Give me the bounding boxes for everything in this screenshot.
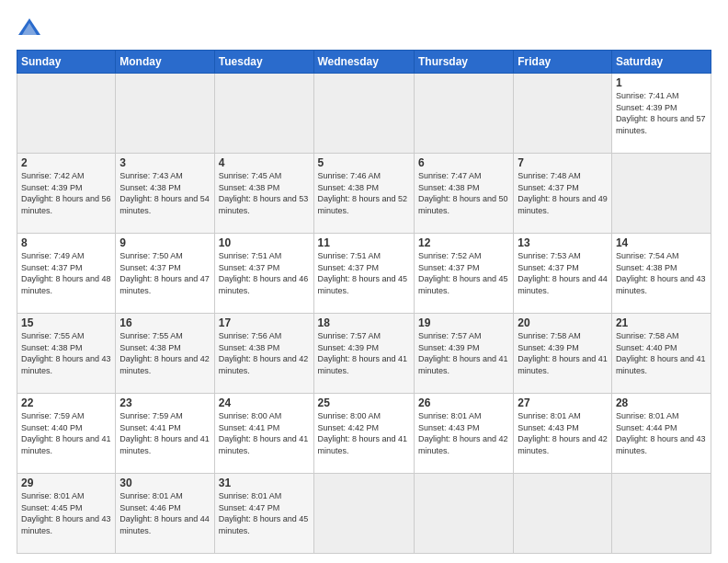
col-header-sunday: Sunday: [17, 51, 116, 74]
calendar-cell: [414, 474, 513, 554]
day-number: 6: [418, 156, 509, 169]
day-info: Sunrise: 7:41 AMSunset: 4:39 PMDaylight:…: [616, 91, 706, 135]
calendar-cell: [514, 74, 612, 154]
day-number: 27: [518, 396, 608, 409]
calendar-cell: 6 Sunrise: 7:47 AMSunset: 4:38 PMDayligh…: [414, 154, 513, 234]
day-number: 12: [418, 236, 509, 249]
day-number: 25: [318, 396, 410, 409]
calendar-cell: [313, 74, 414, 154]
col-header-monday: Monday: [116, 51, 214, 74]
day-number: 24: [219, 396, 310, 409]
calendar-cell: 31 Sunrise: 8:01 AMSunset: 4:47 PMDaylig…: [214, 474, 313, 554]
calendar-cell: 9 Sunrise: 7:50 AMSunset: 4:37 PMDayligh…: [116, 234, 214, 314]
calendar-cell: 18 Sunrise: 7:57 AMSunset: 4:39 PMDaylig…: [313, 314, 414, 394]
calendar-cell: 28 Sunrise: 8:01 AMSunset: 4:44 PMDaylig…: [611, 394, 711, 474]
calendar-cell: 21 Sunrise: 7:58 AMSunset: 4:40 PMDaylig…: [611, 314, 711, 394]
day-number: 9: [119, 236, 210, 249]
calendar-cell: 3 Sunrise: 7:43 AMSunset: 4:38 PMDayligh…: [116, 154, 214, 234]
day-info: Sunrise: 7:51 AMSunset: 4:37 PMDaylight:…: [219, 251, 309, 295]
calendar-cell: 25 Sunrise: 8:00 AMSunset: 4:42 PMDaylig…: [313, 394, 414, 474]
day-info: Sunrise: 8:01 AMSunset: 4:46 PMDaylight:…: [119, 491, 210, 535]
day-number: 21: [616, 316, 707, 329]
day-info: Sunrise: 8:01 AMSunset: 4:47 PMDaylight:…: [219, 491, 309, 535]
week-row-5: 22 Sunrise: 7:59 AMSunset: 4:40 PMDaylig…: [17, 394, 711, 474]
calendar-cell: 5 Sunrise: 7:46 AMSunset: 4:38 PMDayligh…: [313, 154, 414, 234]
header: [17, 15, 711, 40]
day-number: 28: [616, 396, 707, 409]
calendar-cell: 24 Sunrise: 8:00 AMSunset: 4:41 PMDaylig…: [214, 394, 313, 474]
day-number: 15: [21, 316, 111, 329]
week-row-1: 1 Sunrise: 7:41 AMSunset: 4:39 PMDayligh…: [17, 74, 711, 154]
day-number: 22: [21, 396, 111, 409]
calendar-cell: 10 Sunrise: 7:51 AMSunset: 4:37 PMDaylig…: [214, 234, 313, 314]
day-number: 29: [21, 477, 111, 489]
calendar-cell: 22 Sunrise: 7:59 AMSunset: 4:40 PMDaylig…: [17, 394, 116, 474]
calendar: SundayMondayTuesdayWednesdayThursdayFrid…: [17, 50, 711, 554]
day-number: 4: [219, 156, 310, 169]
week-row-3: 8 Sunrise: 7:49 AMSunset: 4:37 PMDayligh…: [17, 234, 711, 314]
day-info: Sunrise: 7:57 AMSunset: 4:39 PMDaylight:…: [418, 331, 508, 375]
header-row: SundayMondayTuesdayWednesdayThursdayFrid…: [17, 51, 711, 74]
day-number: 19: [418, 316, 509, 329]
day-number: 16: [119, 316, 210, 329]
day-info: Sunrise: 8:01 AMSunset: 4:43 PMDaylight:…: [418, 411, 508, 455]
day-info: Sunrise: 7:54 AMSunset: 4:38 PMDaylight:…: [616, 251, 706, 295]
calendar-cell: 20 Sunrise: 7:58 AMSunset: 4:39 PMDaylig…: [514, 314, 612, 394]
col-header-tuesday: Tuesday: [214, 51, 313, 74]
calendar-table: SundayMondayTuesdayWednesdayThursdayFrid…: [17, 50, 711, 554]
calendar-cell: 16 Sunrise: 7:55 AMSunset: 4:38 PMDaylig…: [116, 314, 214, 394]
day-number: 13: [518, 236, 608, 249]
day-info: Sunrise: 7:45 AMSunset: 4:38 PMDaylight:…: [219, 171, 309, 215]
calendar-cell: 30 Sunrise: 8:01 AMSunset: 4:46 PMDaylig…: [116, 474, 214, 554]
day-info: Sunrise: 8:00 AMSunset: 4:41 PMDaylight:…: [219, 411, 309, 455]
calendar-cell: 11 Sunrise: 7:51 AMSunset: 4:37 PMDaylig…: [313, 234, 414, 314]
calendar-cell: [611, 154, 711, 234]
calendar-cell: 8 Sunrise: 7:49 AMSunset: 4:37 PMDayligh…: [17, 234, 116, 314]
calendar-cell: [313, 474, 414, 554]
calendar-cell: [514, 474, 612, 554]
day-info: Sunrise: 7:57 AMSunset: 4:39 PMDaylight:…: [318, 331, 408, 375]
day-info: Sunrise: 7:58 AMSunset: 4:40 PMDaylight:…: [616, 331, 706, 375]
day-number: 2: [21, 156, 111, 169]
day-info: Sunrise: 7:58 AMSunset: 4:39 PMDaylight:…: [518, 331, 608, 375]
day-number: 31: [219, 477, 310, 489]
day-number: 23: [119, 396, 210, 409]
day-number: 26: [418, 396, 509, 409]
calendar-cell: 27 Sunrise: 8:01 AMSunset: 4:43 PMDaylig…: [514, 394, 612, 474]
calendar-cell: 14 Sunrise: 7:54 AMSunset: 4:38 PMDaylig…: [611, 234, 711, 314]
calendar-cell: 23 Sunrise: 7:59 AMSunset: 4:41 PMDaylig…: [116, 394, 214, 474]
col-header-saturday: Saturday: [611, 51, 711, 74]
day-info: Sunrise: 7:46 AMSunset: 4:38 PMDaylight:…: [318, 171, 408, 215]
calendar-cell: 15 Sunrise: 7:55 AMSunset: 4:38 PMDaylig…: [17, 314, 116, 394]
day-number: 8: [21, 236, 111, 249]
calendar-cell: 1 Sunrise: 7:41 AMSunset: 4:39 PMDayligh…: [611, 74, 711, 154]
day-info: Sunrise: 7:48 AMSunset: 4:37 PMDaylight:…: [518, 171, 608, 215]
day-info: Sunrise: 7:42 AMSunset: 4:39 PMDaylight:…: [21, 171, 111, 215]
day-info: Sunrise: 7:53 AMSunset: 4:37 PMDaylight:…: [518, 251, 608, 295]
day-number: 5: [318, 156, 410, 169]
day-number: 18: [318, 316, 410, 329]
day-number: 10: [219, 236, 310, 249]
calendar-cell: 17 Sunrise: 7:56 AMSunset: 4:38 PMDaylig…: [214, 314, 313, 394]
day-info: Sunrise: 7:47 AMSunset: 4:38 PMDaylight:…: [418, 171, 508, 215]
day-info: Sunrise: 8:00 AMSunset: 4:42 PMDaylight:…: [318, 411, 408, 455]
day-info: Sunrise: 7:55 AMSunset: 4:38 PMDaylight:…: [119, 331, 210, 375]
day-info: Sunrise: 7:50 AMSunset: 4:37 PMDaylight:…: [119, 251, 210, 295]
day-number: 7: [518, 156, 608, 169]
col-header-wednesday: Wednesday: [313, 51, 414, 74]
day-info: Sunrise: 7:52 AMSunset: 4:37 PMDaylight:…: [418, 251, 508, 295]
col-header-friday: Friday: [514, 51, 612, 74]
day-info: Sunrise: 7:51 AMSunset: 4:37 PMDaylight:…: [318, 251, 408, 295]
day-info: Sunrise: 7:56 AMSunset: 4:38 PMDaylight:…: [219, 331, 309, 375]
day-number: 1: [616, 76, 707, 89]
calendar-cell: [17, 74, 116, 154]
day-number: 20: [518, 316, 608, 329]
day-number: 14: [616, 236, 707, 249]
logo-icon: [17, 15, 42, 40]
day-info: Sunrise: 7:59 AMSunset: 4:40 PMDaylight:…: [21, 411, 111, 455]
day-number: 3: [119, 156, 210, 169]
calendar-cell: 29 Sunrise: 8:01 AMSunset: 4:45 PMDaylig…: [17, 474, 116, 554]
day-info: Sunrise: 8:01 AMSunset: 4:44 PMDaylight:…: [616, 411, 706, 455]
calendar-cell: [116, 74, 214, 154]
calendar-cell: [214, 74, 313, 154]
